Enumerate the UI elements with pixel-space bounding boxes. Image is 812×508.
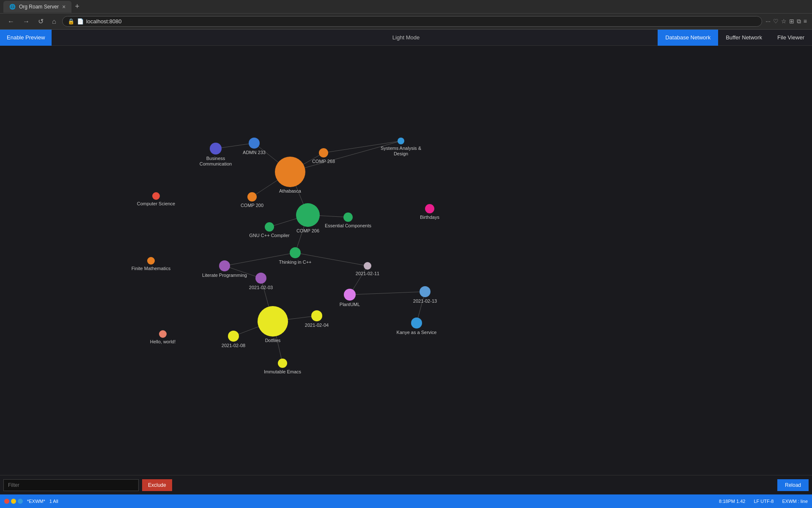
svg-point-25 — [319, 148, 328, 157]
svg-point-40 — [425, 204, 434, 213]
svg-text:ADMN 233: ADMN 233 — [243, 150, 266, 155]
node-finite-math[interactable]: Finite Mathematics — [132, 257, 171, 271]
new-tab-button[interactable]: + — [75, 2, 80, 11]
svg-point-32 — [247, 192, 257, 202]
dot-red — [4, 499, 9, 504]
exclude-button[interactable]: Exclude — [142, 479, 172, 491]
menu-icon[interactable]: ≡ — [804, 18, 807, 25]
nav-tabs: Database Network Buffer Network File Vie… — [658, 30, 812, 46]
svg-point-60 — [258, 306, 288, 337]
browser-toolbar: ← → ↺ ⌂ 🔒 📄 localhost:8080 ··· ♡ ☆ ⊞ ⧉ ≡ — [0, 14, 812, 30]
svg-text:PlantUML: PlantUML — [340, 302, 360, 307]
svg-point-58 — [411, 318, 422, 329]
svg-text:Immutable Emacs: Immutable Emacs — [264, 369, 302, 374]
node-immutable-emacs[interactable]: Immutable Emacs — [264, 359, 302, 374]
svg-point-54 — [344, 289, 356, 301]
browser-titlebar: 🌐 Org Roam Server × + — [0, 0, 812, 14]
node-computer-science[interactable]: Computer Science — [137, 192, 176, 206]
svg-point-34 — [296, 203, 320, 227]
svg-point-62 — [311, 310, 322, 321]
svg-line-14 — [350, 292, 425, 295]
svg-text:Literate Programming: Literate Programming — [202, 273, 247, 278]
time-label: 8:18PM 1.42 — [719, 499, 745, 504]
node-comp200[interactable]: COMP 200 — [241, 192, 263, 208]
svg-text:Dotfiles: Dotfiles — [265, 338, 281, 343]
tab-title: Org Roam Server — [19, 4, 59, 10]
status-dots — [4, 499, 23, 504]
svg-text:COMP 206: COMP 206 — [296, 228, 319, 233]
svg-point-42 — [152, 192, 160, 200]
home-button[interactable]: ⌂ — [49, 16, 59, 27]
bookmark-icon[interactable]: ♡ — [773, 18, 779, 25]
app-bar: Enable Preview Light Mode Database Netwo… — [0, 30, 812, 46]
svg-point-29 — [398, 138, 404, 144]
svg-text:2021-02-08: 2021-02-08 — [222, 343, 245, 348]
svg-point-68 — [278, 359, 287, 368]
node-date-2021-02-13[interactable]: 2021-02-13 — [413, 286, 437, 304]
tab-file-viewer[interactable]: File Viewer — [770, 30, 812, 46]
svg-text:COMP 200: COMP 200 — [241, 203, 263, 208]
svg-text:Essential Components: Essential Components — [325, 223, 372, 228]
browser-toolbar-right: ··· ♡ ☆ ⊞ ⧉ ≡ — [765, 18, 807, 25]
svg-text:Business: Business — [206, 156, 225, 161]
svg-point-64 — [228, 331, 239, 342]
tab-database-network[interactable]: Database Network — [658, 30, 718, 46]
node-essential-components[interactable]: Essential Components — [325, 213, 372, 228]
tab-buffer-network[interactable]: Buffer Network — [718, 30, 770, 46]
reload-browser-button[interactable]: ↺ — [36, 16, 46, 27]
node-date-2021-02-04[interactable]: 2021-02-04 — [305, 310, 329, 328]
status-right: 8:18PM 1.42 LF UTF-8 EXWM : line — [719, 499, 808, 504]
node-comp206[interactable]: COMP 206 — [296, 203, 320, 233]
svg-text:Athabasca: Athabasca — [279, 188, 302, 193]
tab-manager-icon[interactable]: ⧉ — [797, 18, 801, 25]
svg-point-56 — [420, 286, 431, 297]
node-systems-analysis[interactable]: Systems Analysis &Design — [381, 138, 422, 156]
enable-preview-button[interactable]: Enable Preview — [0, 30, 52, 46]
node-kanye[interactable]: Kanye as a Service — [397, 318, 437, 335]
node-date-2021-02-08[interactable]: 2021-02-08 — [222, 331, 245, 348]
svg-point-38 — [265, 222, 274, 232]
grid-icon[interactable]: ⊞ — [789, 18, 794, 25]
status-bar: *EXWM* 1 All 8:18PM 1.42 LF UTF-8 EXWM :… — [0, 494, 812, 508]
star-icon[interactable]: ☆ — [781, 18, 787, 25]
address-bar[interactable]: 🔒 📄 localhost:8080 — [62, 16, 762, 27]
node-plantuml[interactable]: PlantUML — [340, 289, 360, 307]
node-thinking-cpp[interactable]: Thinking in C++ — [279, 247, 311, 265]
svg-text:Computer Science: Computer Science — [137, 201, 176, 206]
svg-point-27 — [275, 157, 305, 187]
node-comp268[interactable]: COMP 268 — [312, 148, 335, 164]
desktop-label: 1 All — [49, 499, 58, 504]
more-options-icon[interactable]: ··· — [765, 18, 771, 25]
svg-point-23 — [249, 138, 260, 149]
node-dotfiles[interactable]: Dotfiles — [258, 306, 288, 343]
svg-text:Thinking in C++: Thinking in C++ — [279, 260, 311, 265]
mode-label: EXWM : line — [782, 499, 808, 504]
svg-point-50 — [255, 273, 266, 284]
node-admn233[interactable]: ADMN 233 — [243, 138, 266, 155]
node-birthdays[interactable]: Birthdays — [420, 204, 439, 220]
filter-input[interactable] — [3, 479, 139, 491]
svg-text:Kanye as a Service: Kanye as a Service — [397, 330, 437, 335]
reload-button[interactable]: Reload — [777, 479, 809, 491]
node-gnu-cpp[interactable]: GNU C++ Compiler — [249, 222, 290, 238]
node-business-comm[interactable]: BusinessCommunication — [200, 143, 232, 166]
svg-point-20 — [210, 143, 222, 155]
forward-button[interactable]: → — [20, 16, 32, 27]
svg-point-52 — [364, 262, 371, 270]
svg-text:Birthdays: Birthdays — [420, 215, 439, 220]
node-hello-world[interactable]: Hello, world! — [150, 330, 176, 344]
back-button[interactable]: ← — [5, 16, 17, 27]
dot-yellow — [11, 499, 16, 504]
browser-tab[interactable]: 🌐 Org Roam Server × — [3, 1, 71, 13]
network-canvas[interactable]: BusinessCommunicationADMN 233COMP 268Ath… — [0, 46, 812, 482]
encoding-label: LF UTF-8 — [754, 499, 774, 504]
svg-text:COMP 268: COMP 268 — [312, 159, 335, 164]
svg-text:Communication: Communication — [200, 161, 232, 166]
page-icon: 📄 — [77, 18, 84, 25]
svg-point-36 — [343, 213, 353, 222]
svg-point-46 — [147, 257, 155, 265]
svg-text:Systems Analysis &: Systems Analysis & — [381, 146, 422, 151]
tab-favicon: 🌐 — [9, 4, 16, 10]
node-athabasca[interactable]: Athabasca — [275, 157, 305, 193]
tab-close-button[interactable]: × — [62, 3, 66, 10]
